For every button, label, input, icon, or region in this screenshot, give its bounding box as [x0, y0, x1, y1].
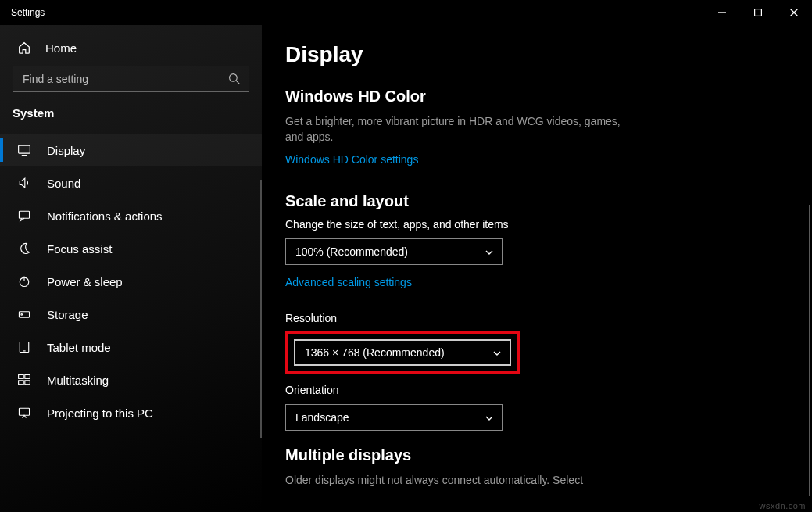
tablet-icon [17, 340, 31, 354]
sidebar-item-power-sleep[interactable]: Power & sleep [0, 265, 262, 298]
svg-rect-1 [755, 9, 762, 16]
resolution-highlight: 1366 × 768 (Recommended) [285, 331, 520, 374]
category-title: System [0, 106, 262, 134]
scale-heading: Scale and layout [285, 192, 789, 210]
chevron-down-icon [485, 413, 494, 422]
close-button[interactable] [776, 0, 812, 25]
multiple-displays-heading: Multiple displays [285, 446, 789, 464]
minimize-button[interactable] [704, 0, 740, 25]
sidebar-item-label: Display [47, 144, 85, 157]
sidebar-item-label: Tablet mode [47, 341, 111, 354]
moon-icon [17, 242, 31, 256]
svg-line-5 [236, 81, 239, 84]
text-size-dropdown[interactable]: 100% (Recommended) [285, 238, 503, 265]
project-icon [17, 406, 31, 420]
sidebar-item-label: Projecting to this PC [47, 406, 153, 420]
advanced-scaling-link[interactable]: Advanced scaling settings [285, 276, 412, 288]
sidebar-item-label: Focus assist [47, 242, 112, 256]
svg-rect-16 [25, 374, 30, 378]
resolution-label: Resolution [285, 312, 789, 324]
search-box[interactable] [13, 66, 249, 92]
hd-color-desc: Get a brighter, more vibrant picture in … [285, 113, 621, 145]
sidebar-item-tablet-mode[interactable]: Tablet mode [0, 331, 262, 363]
svg-rect-17 [19, 381, 24, 385]
sidebar-item-label: Notifications & actions [47, 209, 163, 223]
resolution-value: 1366 × 768 (Recommended) [305, 346, 445, 359]
orientation-label: Orientation [285, 384, 789, 396]
nav-list: Display Sound Notifications & actions Fo… [0, 134, 262, 429]
sidebar-item-focus-assist[interactable]: Focus assist [0, 232, 262, 265]
home-link[interactable]: Home [0, 34, 262, 66]
orientation-dropdown[interactable]: Landscape [285, 404, 503, 431]
multitask-icon [17, 373, 31, 387]
message-icon [17, 209, 31, 223]
chevron-down-icon [492, 348, 502, 357]
window-title: Settings [11, 7, 45, 18]
resolution-dropdown[interactable]: 1366 × 768 (Recommended) [294, 339, 511, 366]
chevron-down-icon [485, 247, 494, 256]
watermark-text: wsxdn.com [759, 501, 806, 510]
sidebar-item-label: Storage [47, 308, 88, 321]
divider-scroll [260, 180, 262, 438]
hd-color-heading: Windows HD Color [285, 88, 789, 106]
svg-rect-19 [19, 408, 29, 415]
svg-point-12 [21, 314, 23, 316]
sidebar-item-sound[interactable]: Sound [0, 166, 262, 199]
sidebar-item-projecting[interactable]: Projecting to this PC [0, 396, 262, 429]
search-icon [228, 73, 241, 85]
svg-rect-8 [19, 211, 29, 218]
speaker-icon [17, 176, 31, 190]
sidebar: Home System Display Sound Notifications … [0, 25, 262, 512]
home-icon [17, 41, 31, 55]
window-controls [704, 0, 812, 25]
sidebar-item-display[interactable]: Display [0, 134, 262, 166]
sidebar-item-label: Multitasking [47, 374, 109, 387]
title-bar: Settings [0, 0, 812, 25]
sidebar-item-multitasking[interactable]: Multitasking [0, 363, 262, 396]
svg-point-4 [230, 74, 238, 82]
orientation-value: Landscape [295, 411, 349, 424]
svg-rect-15 [19, 374, 24, 378]
sidebar-item-notifications[interactable]: Notifications & actions [0, 199, 262, 232]
svg-rect-18 [25, 381, 30, 385]
search-input[interactable] [23, 73, 228, 85]
multiple-displays-desc: Older displays might not always connect … [285, 472, 621, 488]
content-scrollbar[interactable] [809, 205, 810, 496]
maximize-button[interactable] [740, 0, 776, 25]
monitor-icon [17, 143, 31, 157]
page-title: Display [285, 42, 789, 67]
power-icon [17, 274, 31, 288]
storage-icon [17, 307, 31, 321]
sidebar-item-label: Power & sleep [47, 275, 123, 288]
content-pane: Display Windows HD Color Get a brighter,… [262, 25, 812, 512]
hd-color-link[interactable]: Windows HD Color settings [285, 153, 418, 166]
sidebar-item-storage[interactable]: Storage [0, 298, 262, 331]
text-size-value: 100% (Recommended) [295, 245, 408, 258]
text-size-label: Change the size of text, apps, and other… [285, 218, 789, 231]
svg-rect-6 [19, 145, 30, 153]
sidebar-item-label: Sound [47, 177, 80, 190]
home-label: Home [45, 41, 77, 55]
